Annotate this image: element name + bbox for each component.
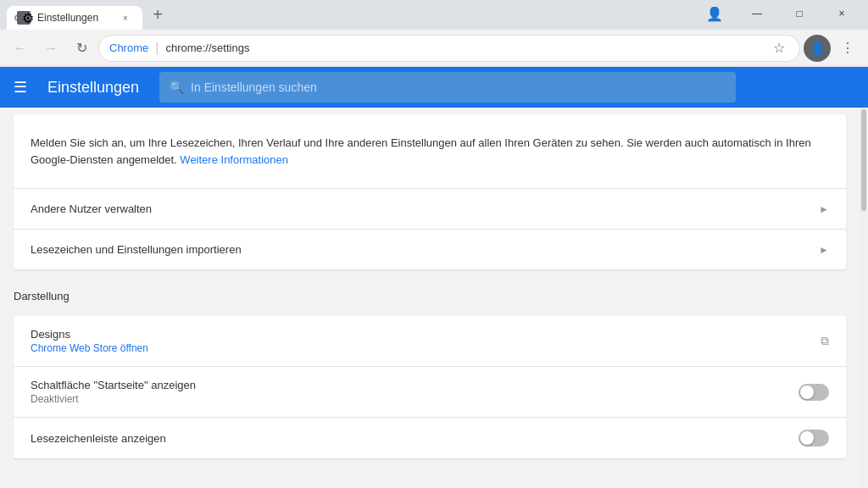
scrollbar-thumb[interactable]: [861, 109, 866, 211]
startseite-row: Schaltfläche "Startseite" anzeigen Deakt…: [14, 367, 846, 417]
manage-users-item[interactable]: Andere Nutzer verwalten ►: [14, 189, 846, 229]
startseite-title: Schaltfläche "Startseite" anzeigen: [31, 379, 196, 391]
bookmark-button[interactable]: ☆: [769, 38, 789, 58]
browser-window: ⚙ Einstellungen × + 👤 — □ × ← → ↻ Chrome…: [0, 0, 868, 488]
tab-close-button[interactable]: ×: [119, 11, 132, 25]
address-bar[interactable]: Chrome | chrome://settings ☆: [98, 35, 800, 62]
signin-text: Melden Sie sich an, um Ihre Lesezeichen,…: [31, 135, 829, 168]
startseite-toggle[interactable]: [798, 384, 829, 401]
profile-button[interactable]: 👤: [804, 35, 831, 62]
import-label: Lesezeichen und Einstellungen importiere…: [31, 243, 242, 256]
designs-title: Designs: [31, 328, 148, 341]
lesezeichen-row: Lesezeichenleiste anzeigen: [14, 418, 846, 458]
tab-title: Einstellungen: [37, 12, 112, 24]
profile-icon[interactable]: 👤: [695, 1, 734, 26]
back-button[interactable]: ←: [7, 35, 34, 62]
scrollbar-track[interactable]: [860, 108, 868, 488]
hamburger-icon[interactable]: ☰: [14, 78, 27, 97]
window-controls: 👤 — □ ×: [695, 1, 861, 26]
new-tab-button[interactable]: +: [146, 3, 170, 26]
signin-section: Melden Sie sich an, um Ihre Lesezeichen,…: [14, 114, 846, 188]
search-placeholder-text: In Einstellungen suchen: [191, 80, 317, 94]
settings-search-bar[interactable]: 🔍 In Einstellungen suchen: [159, 72, 736, 103]
lesezeichen-text: Lesezeichenleiste anzeigen: [31, 432, 166, 445]
active-tab[interactable]: ⚙ Einstellungen ×: [7, 6, 142, 30]
lesezeichen-title: Lesezeichenleiste anzeigen: [31, 432, 166, 445]
reload-button[interactable]: ↻: [68, 35, 95, 62]
designs-text: Designs Chrome Web Store öffnen: [31, 328, 148, 354]
chevron-right-icon-2: ►: [819, 244, 829, 256]
settings-content: Melden Sie sich an, um Ihre Lesezeichen,…: [0, 108, 860, 488]
more-info-link[interactable]: Weitere Informationen: [180, 153, 288, 166]
chevron-right-icon: ►: [819, 203, 829, 215]
settings-header: ☰ Einstellungen 🔍 In Einstellungen suche…: [0, 67, 868, 108]
close-button[interactable]: ×: [822, 1, 861, 26]
maximize-button[interactable]: □: [780, 1, 819, 26]
search-icon: 🔍: [170, 80, 184, 94]
tab-favicon: ⚙: [17, 11, 31, 25]
signin-card: Melden Sie sich an, um Ihre Lesezeichen,…: [14, 114, 846, 269]
forward-button[interactable]: →: [37, 35, 64, 62]
settings-title: Einstellungen: [47, 79, 139, 97]
chrome-badge: Chrome: [109, 42, 148, 54]
titlebar: ⚙ Einstellungen × + 👤 — □ ×: [0, 0, 868, 30]
chrome-menu-button[interactable]: ⋮: [834, 35, 861, 62]
designs-row[interactable]: Designs Chrome Web Store öffnen ⧉: [14, 316, 846, 366]
address-text: chrome://settings: [165, 42, 762, 54]
darstellung-card: Designs Chrome Web Store öffnen ⧉ Schalt…: [14, 316, 846, 458]
lesezeichen-toggle[interactable]: [798, 430, 829, 446]
manage-users-label: Andere Nutzer verwalten: [31, 202, 152, 215]
content-area: Melden Sie sich an, um Ihre Lesezeichen,…: [0, 108, 868, 488]
darstellung-heading: Darstellung: [0, 276, 860, 309]
tab-strip: ⚙ Einstellungen × +: [7, 3, 695, 30]
startseite-text: Schaltfläche "Startseite" anzeigen Deakt…: [31, 379, 196, 405]
import-item[interactable]: Lesezeichen und Einstellungen importiere…: [14, 230, 846, 269]
browser-toolbar: ← → ↻ Chrome | chrome://settings ☆ 👤 ⋮: [0, 30, 868, 67]
startseite-subtitle: Deaktiviert: [31, 393, 196, 405]
external-link-icon: ⧉: [821, 334, 829, 348]
address-separator: |: [155, 41, 159, 56]
minimize-button[interactable]: —: [737, 1, 776, 26]
designs-subtitle: Chrome Web Store öffnen: [31, 342, 148, 354]
